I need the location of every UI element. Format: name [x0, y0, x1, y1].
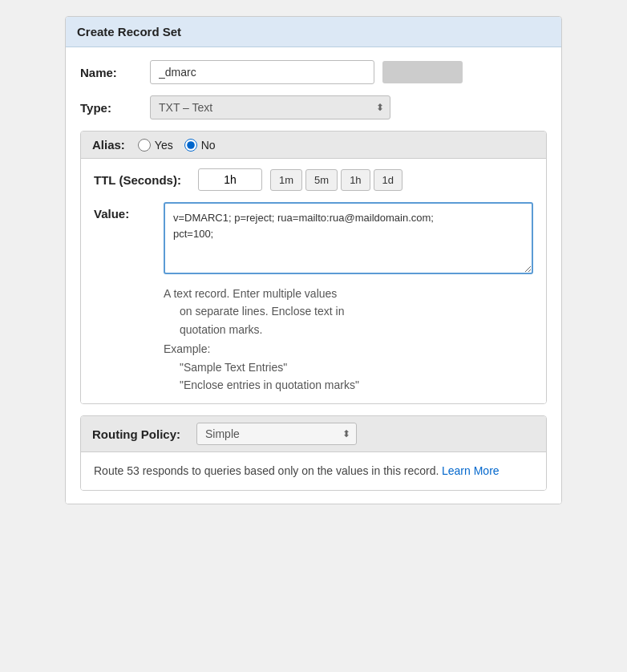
- alias-no-radio[interactable]: [184, 139, 197, 152]
- ttl-preset-1d[interactable]: 1d: [374, 169, 402, 191]
- routing-section: Routing Policy: Simple Weighted Latency …: [80, 415, 547, 491]
- value-label: Value:: [94, 202, 154, 221]
- alias-yes-option[interactable]: Yes: [138, 139, 173, 152]
- hint-line3: quotation marks.: [164, 321, 533, 338]
- type-row: Type: TXT – Text A – IPv4 address AAAA –…: [80, 95, 547, 119]
- ttl-preset-1m[interactable]: 1m: [270, 169, 302, 191]
- ttl-label: TTL (Seconds):: [94, 173, 190, 187]
- value-hint: A text record. Enter multiple values on …: [164, 285, 533, 394]
- name-input[interactable]: [150, 60, 374, 84]
- alias-section: Alias: Yes No TTL (Seconds):: [80, 131, 547, 404]
- name-row: Name:: [80, 60, 547, 84]
- routing-select-wrapper: Simple Weighted Latency Failover Geoloca…: [196, 423, 357, 445]
- value-content-area: v=DMARC1; p=reject; rua=mailto:rua@maild…: [164, 202, 533, 394]
- ttl-row: TTL (Seconds): 1m 5m 1h 1d: [94, 168, 533, 191]
- panel-body: Name: Type: TXT – Text A – IPv4 address …: [66, 47, 561, 504]
- routing-header: Routing Policy: Simple Weighted Latency …: [81, 416, 546, 452]
- alias-no-label: No: [201, 139, 216, 152]
- alias-no-option[interactable]: No: [184, 139, 216, 152]
- hint-example-label: Example:: [164, 340, 533, 358]
- hint-example2: "Enclose entries in quotation marks": [164, 376, 533, 394]
- ttl-input[interactable]: [198, 168, 262, 191]
- ttl-presets: 1m 5m 1h 1d: [270, 169, 402, 191]
- hint-line1: A text record. Enter multiple values: [164, 285, 533, 302]
- routing-label: Routing Policy:: [92, 427, 180, 441]
- type-select-wrapper: TXT – Text A – IPv4 address AAAA – IPv6 …: [150, 95, 390, 119]
- alias-yes-label: Yes: [155, 139, 173, 152]
- panel-title: Create Record Set: [77, 25, 181, 38]
- routing-description: Route 53 responds to queries based only …: [94, 462, 533, 480]
- create-record-set-panel: Create Record Set Name: Type: TXT – Text…: [65, 16, 562, 504]
- routing-select[interactable]: Simple Weighted Latency Failover Geoloca…: [196, 423, 357, 445]
- alias-section-body: TTL (Seconds): 1m 5m 1h 1d Value: v=DMAR…: [81, 159, 546, 403]
- hint-example1: "Sample Text Entries": [164, 358, 533, 376]
- value-textarea[interactable]: v=DMARC1; p=reject; rua=mailto:rua@maild…: [164, 202, 533, 274]
- value-row: Value: v=DMARC1; p=reject; rua=mailto:ru…: [94, 202, 533, 394]
- alias-radio-group: Yes No: [138, 139, 216, 152]
- ttl-preset-1h[interactable]: 1h: [341, 169, 370, 191]
- learn-more-link[interactable]: Learn More: [442, 464, 500, 477]
- hint-line2: on separate lines. Enclose text in: [164, 302, 533, 320]
- name-label: Name:: [80, 66, 140, 79]
- name-suffix-indicator: [382, 61, 463, 83]
- panel-header: Create Record Set: [66, 17, 561, 47]
- type-select[interactable]: TXT – Text A – IPv4 address AAAA – IPv6 …: [150, 95, 390, 119]
- alias-yes-radio[interactable]: [138, 139, 151, 152]
- routing-body: Route 53 responds to queries based only …: [81, 452, 546, 490]
- alias-header: Alias: Yes No: [81, 132, 546, 159]
- type-label: Type:: [80, 101, 140, 115]
- ttl-preset-5m[interactable]: 5m: [305, 169, 338, 191]
- alias-label: Alias:: [92, 138, 125, 152]
